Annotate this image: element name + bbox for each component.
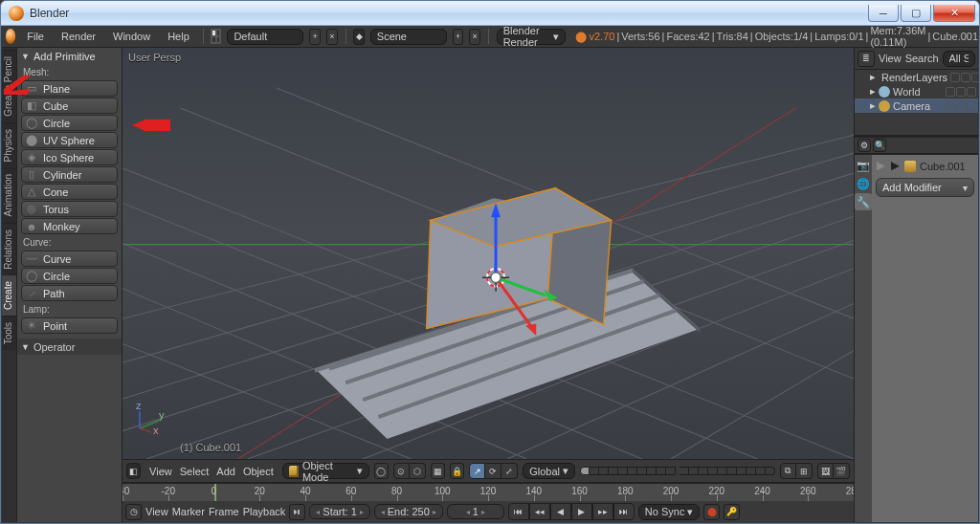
orientation-selector[interactable]: Global▾: [523, 463, 575, 479]
add-point-button[interactable]: ☀Point: [21, 317, 118, 334]
layer-button[interactable]: [628, 467, 637, 475]
outliner[interactable]: ▸RenderLayers▸World▸Camera: [855, 70, 978, 137]
end-frame-field[interactable]: End: 250: [374, 504, 443, 519]
keyframe-prev[interactable]: ◂◂: [529, 503, 550, 520]
operator-panel-header[interactable]: Operator: [17, 338, 122, 355]
del-scene-button[interactable]: ×: [469, 29, 480, 45]
add-screen-button[interactable]: +: [309, 29, 321, 45]
outliner-view[interactable]: View: [879, 53, 902, 64]
render-anim[interactable]: 🎬: [834, 463, 850, 479]
add-modifier-button[interactable]: Add Modifier: [876, 178, 974, 197]
screen-layout-selector[interactable]: Default: [227, 29, 303, 45]
current-frame-field[interactable]: 1: [447, 504, 504, 519]
render-preview[interactable]: 🖼: [817, 463, 834, 479]
add-torus-button[interactable]: ◎Torus: [21, 201, 118, 217]
menu-window[interactable]: Window: [107, 29, 156, 44]
add-curve-button[interactable]: 〰Curve: [21, 251, 118, 267]
jump-start[interactable]: ⏮: [508, 503, 529, 520]
window-close-button[interactable]: ✕: [933, 5, 975, 22]
add-cube-button[interactable]: ◧Cube: [21, 98, 118, 114]
keying-set[interactable]: 🔑: [724, 504, 740, 520]
layer-button[interactable]: [746, 467, 756, 475]
snap-type[interactable]: ⊞: [796, 463, 813, 479]
outliner-search[interactable]: Search: [905, 53, 939, 64]
layer-button[interactable]: [727, 467, 737, 475]
timeline-menu-marker[interactable]: Marker: [172, 506, 205, 517]
keyframe-next[interactable]: ▸▸: [592, 503, 613, 520]
layer-button[interactable]: [666, 467, 676, 475]
category-tab-create[interactable]: Create: [2, 274, 16, 316]
prop-tab-modifier[interactable]: 🔧: [855, 193, 872, 210]
mode-selector[interactable]: Object Mode▾: [282, 463, 369, 479]
manipulator-toggle[interactable]: ↗: [469, 463, 485, 479]
layer-button[interactable]: [766, 467, 775, 475]
timeline-menu-view[interactable]: View: [145, 506, 168, 517]
layer-button[interactable]: [679, 467, 689, 475]
add-cylinder-button[interactable]: ▯Cylinder: [21, 166, 118, 183]
frame-lock-icon[interactable]: ⏯: [289, 504, 305, 520]
timeline-editor-icon[interactable]: ◷: [125, 504, 142, 520]
3d-viewport[interactable]: User Persp (1) Cube.001 y z x: [122, 48, 854, 459]
scene-selector[interactable]: Scene: [370, 29, 447, 45]
info-editor-icon[interactable]: [6, 29, 15, 44]
outliner-filter[interactable]: All Scenes: [943, 51, 975, 67]
menu-render[interactable]: Render: [56, 29, 101, 44]
add-scene-button[interactable]: +: [453, 29, 464, 45]
del-screen-button[interactable]: ×: [326, 29, 338, 45]
layer-button[interactable]: [689, 467, 699, 475]
prop-tab-scene[interactable]: 🌐: [855, 175, 872, 192]
add-cone-button[interactable]: △Cone: [21, 184, 118, 200]
add-primitive-header[interactable]: Add Primitive: [17, 48, 122, 65]
start-frame-field[interactable]: Start: 1: [309, 504, 369, 519]
timeline-ruler[interactable]: -40-200204060801001201401601802002202402…: [122, 484, 854, 501]
add-circle-button[interactable]: ◯Circle: [21, 115, 118, 131]
snap-toggle[interactable]: ⧉: [780, 463, 796, 479]
timeline-menu-frame[interactable]: Frame: [209, 506, 239, 517]
layer-button[interactable]: [580, 467, 590, 475]
category-tab-tools[interactable]: Tools: [2, 316, 16, 350]
window-maximize-button[interactable]: ▢: [901, 5, 931, 22]
category-tab-animation[interactable]: Animation: [2, 167, 16, 222]
category-tab-relations[interactable]: Relations: [2, 223, 16, 275]
menu-help[interactable]: Help: [162, 29, 195, 44]
3dview-menu-object[interactable]: Object: [243, 466, 274, 477]
prop-tab-render[interactable]: 📷: [855, 157, 872, 174]
add-circle-button[interactable]: ◯Circle: [21, 268, 118, 284]
add-path-button[interactable]: ⟋Path: [21, 285, 118, 301]
screen-layout-icon[interactable]: [211, 29, 221, 44]
play[interactable]: ▶: [571, 503, 592, 520]
3dview-menu-select[interactable]: Select: [180, 466, 210, 477]
3dview-editor-icon[interactable]: ◧: [126, 463, 141, 479]
window-minimize-button[interactable]: ─: [868, 5, 899, 22]
add-ico-sphere-button[interactable]: ◈Ico Sphere: [21, 149, 118, 165]
3dview-menu-add[interactable]: Add: [216, 466, 235, 477]
layer-button[interactable]: [609, 467, 618, 475]
layer-button[interactable]: [618, 467, 628, 475]
play-rev[interactable]: ◀: [550, 503, 571, 520]
layer-button[interactable]: [737, 467, 746, 475]
lockto-icon[interactable]: 🔒: [450, 463, 464, 479]
autokey-toggle[interactable]: ⬤: [703, 504, 720, 520]
outliner-item[interactable]: ▸Camera: [855, 98, 978, 113]
layer-button[interactable]: [718, 467, 727, 475]
timeline-menu-playback[interactable]: Playback: [243, 506, 286, 517]
render-engine-selector[interactable]: Blender Render▾: [497, 29, 567, 45]
layer-button[interactable]: [637, 467, 647, 475]
add-uv-sphere-button[interactable]: ⬤UV Sphere: [21, 132, 118, 148]
layer-button[interactable]: [599, 467, 609, 475]
layer-button[interactable]: [756, 467, 766, 475]
layer-buttons[interactable]: [580, 467, 775, 475]
sync-mode[interactable]: No Sync▾: [638, 504, 701, 520]
add-monkey-button[interactable]: ☻Monkey: [21, 218, 118, 234]
layer-button[interactable]: [708, 467, 718, 475]
layer-button[interactable]: [657, 467, 666, 475]
layer-button[interactable]: [590, 467, 599, 475]
layer-button[interactable]: [647, 467, 657, 475]
outliner-item[interactable]: ▸World: [855, 84, 978, 98]
outliner-editor-icon[interactable]: ≣: [858, 51, 875, 67]
menu-file[interactable]: File: [21, 29, 50, 44]
add-plane-button[interactable]: ▭Plane: [21, 80, 118, 97]
layers-icon[interactable]: ▦: [431, 463, 445, 479]
3dview-menu-view[interactable]: View: [149, 466, 172, 477]
category-tab-physics[interactable]: Physics: [2, 122, 16, 167]
